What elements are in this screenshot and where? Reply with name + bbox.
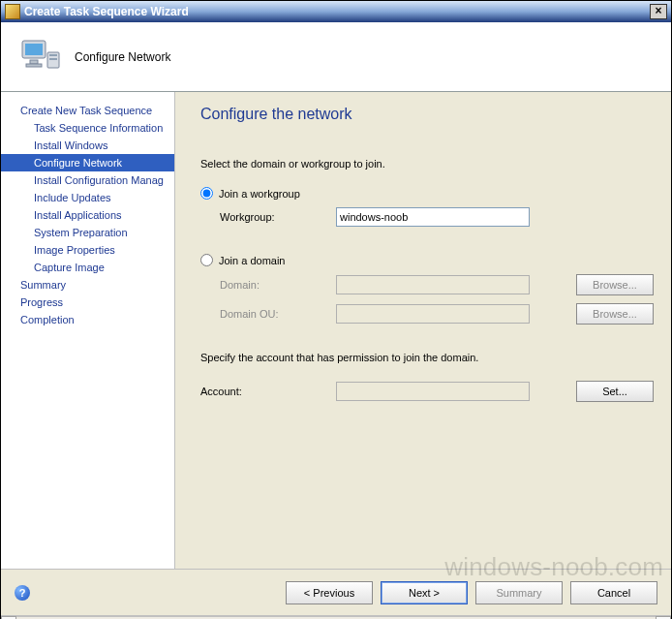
wizard-footer: ? < Previous Next > Summary Cancel [1, 569, 671, 615]
label-join-domain: Join a domain [219, 255, 286, 266]
sidebar-step[interactable]: Progress [1, 294, 174, 311]
label-account: Account: [200, 386, 336, 397]
app-icon [5, 4, 20, 19]
step-title: Configure Network [75, 50, 170, 64]
label-join-workgroup: Join a workgroup [219, 188, 300, 200]
cancel-button[interactable]: Cancel [570, 581, 657, 604]
window-title: Create Task Sequence Wizard [24, 5, 189, 18]
tree-root-item[interactable]: Create New Task Sequence [1, 102, 174, 119]
previous-button[interactable]: < Previous [286, 581, 373, 604]
instruction-text: Select the domain or workgroup to join. [200, 158, 654, 170]
sidebar-step[interactable]: Install Windows [1, 137, 174, 154]
svg-rect-6 [49, 58, 57, 60]
sidebar-step[interactable]: Capture Image [1, 259, 174, 276]
titlebar: Create Task Sequence Wizard × [1, 1, 671, 22]
browse-domain-button: Browse... [576, 274, 654, 295]
sidebar-step[interactable]: Configure Network [1, 154, 174, 171]
workgroup-input[interactable] [336, 207, 530, 227]
browse-domain-ou-button: Browse... [576, 303, 654, 325]
sidebar-step[interactable]: Summary [1, 276, 174, 294]
summary-button: Summary [475, 581, 563, 604]
sidebar-step[interactable]: Image Properties [1, 241, 174, 259]
domain-input [336, 275, 530, 294]
svg-rect-5 [49, 54, 57, 56]
account-input [336, 382, 530, 401]
sidebar-step[interactable]: Completion [1, 311, 174, 328]
computer-network-icon [18, 35, 63, 79]
wizard-window: Create Task Sequence Wizard × Configure … [0, 0, 672, 619]
radio-join-domain[interactable] [200, 254, 213, 266]
svg-rect-2 [30, 60, 38, 64]
svg-rect-3 [26, 64, 42, 67]
wizard-content: Configure the network Select the domain … [175, 92, 671, 569]
close-button[interactable]: × [650, 4, 667, 19]
page-heading: Configure the network [200, 106, 654, 123]
sidebar-step[interactable]: Install Configuration Manag [1, 171, 174, 189]
label-workgroup: Workgroup: [220, 211, 336, 223]
horizontal-scrollbar[interactable]: ◄ ► [1, 615, 671, 619]
wizard-steps-sidebar: Create New Task SequenceTask Sequence In… [1, 92, 175, 569]
account-instruction: Specify the account that has permission … [200, 352, 654, 363]
sidebar-step[interactable]: Include Updates [1, 189, 174, 206]
svg-rect-1 [25, 44, 43, 55]
next-button[interactable]: Next > [381, 581, 468, 604]
sidebar-step[interactable]: Install Applications [1, 206, 174, 224]
sidebar-step[interactable]: System Preparation [1, 224, 174, 241]
sidebar-step[interactable]: Task Sequence Information [1, 119, 174, 137]
domain-ou-input [336, 304, 530, 324]
set-account-button[interactable]: Set... [576, 381, 654, 402]
label-domain-ou: Domain OU: [220, 308, 336, 320]
label-domain: Domain: [220, 279, 336, 291]
radio-join-workgroup[interactable] [200, 187, 213, 200]
wizard-header: Configure Network [1, 22, 671, 92]
help-icon[interactable]: ? [15, 585, 30, 601]
